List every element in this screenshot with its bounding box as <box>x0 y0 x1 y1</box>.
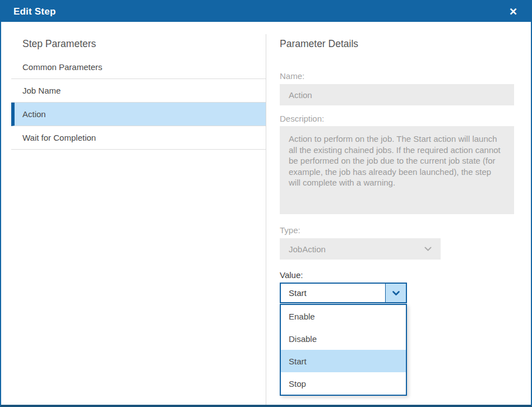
name-field: Action <box>280 84 514 105</box>
value-dropdown-list: Enable Disable Start Stop <box>280 304 407 396</box>
type-select: JobAction <box>280 238 441 260</box>
name-field-label: Name: <box>280 71 531 81</box>
step-item-common-parameters[interactable]: Common Parameters <box>11 55 266 79</box>
chevron-down-icon <box>392 288 400 298</box>
dialog-titlebar: Edit Step ✕ <box>1 1 531 22</box>
type-field-label: Type: <box>280 225 531 235</box>
value-field-label: Value: <box>280 270 531 280</box>
chevron-down-icon <box>424 247 432 252</box>
value-select[interactable]: Start <box>280 283 407 303</box>
parameter-details-heading: Parameter Details <box>280 38 531 50</box>
description-field-label: Description: <box>280 114 531 123</box>
close-icon[interactable]: ✕ <box>508 6 519 18</box>
step-item-action[interactable]: Action <box>11 103 266 126</box>
value-select-value: Start <box>281 284 385 302</box>
value-option-start[interactable]: Start <box>281 350 406 372</box>
type-select-value: JobAction <box>289 244 326 254</box>
value-option-disable[interactable]: Disable <box>281 327 406 350</box>
value-option-enable[interactable]: Enable <box>281 305 406 327</box>
dialog-title: Edit Step <box>13 6 55 17</box>
description-field: Action to perform on the job. The Start … <box>280 126 514 214</box>
dialog-body: Step Parameters Common Parameters Job Na… <box>1 22 531 405</box>
step-parameters-list: Common Parameters Job Name Action Wait f… <box>11 55 266 150</box>
step-parameters-panel: Step Parameters Common Parameters Job Na… <box>1 22 266 150</box>
step-item-job-name[interactable]: Job Name <box>11 79 266 103</box>
value-select-chevron-button[interactable] <box>385 284 406 302</box>
parameter-details-panel: Parameter Details Name: Action Descripti… <box>266 22 531 405</box>
step-parameters-heading: Step Parameters <box>22 38 266 50</box>
edit-step-dialog: Edit Step ✕ Step Parameters Common Param… <box>0 0 532 407</box>
value-option-stop[interactable]: Stop <box>281 372 406 395</box>
step-item-wait-for-completion[interactable]: Wait for Completion <box>11 126 266 150</box>
